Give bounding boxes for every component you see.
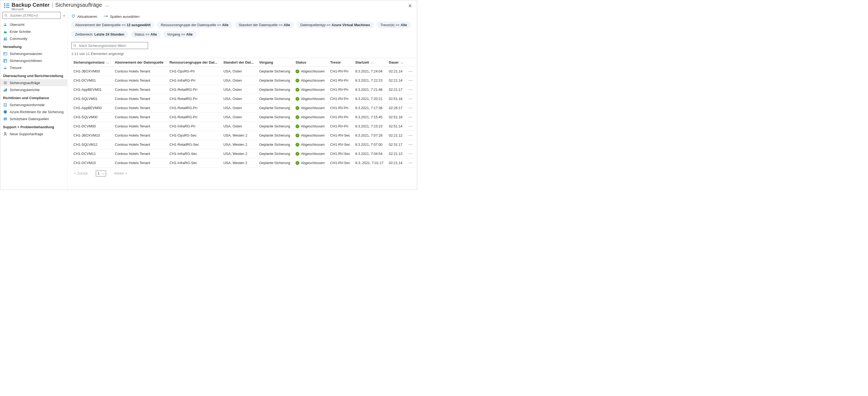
row-more-button[interactable]: ⋯ — [406, 122, 415, 131]
svg-point-5 — [5, 23, 6, 24]
cell-instance: CH1-AppBEVM00 — [71, 104, 113, 113]
sidebar-search-input[interactable] — [9, 13, 59, 18]
column-header[interactable]: Vorgang — [257, 58, 293, 67]
table-row[interactable]: CH1-DCVM01Contoso Hotels TenantCH1-Infra… — [71, 76, 415, 85]
cell-location: USA, Westen 2 — [221, 140, 257, 149]
table-row[interactable]: CH1-DCVM10Contoso Hotels TenantCH1-Infra… — [71, 159, 415, 168]
row-more-button[interactable]: ⋯ — [406, 85, 415, 94]
cell-resourcegroup: CH1-RetailRG-Pri — [167, 113, 221, 122]
row-more-button[interactable]: ⋯ — [406, 67, 415, 76]
filter-pill[interactable]: Datenquellentyp == Azure Virtual Machine… — [297, 22, 374, 28]
filter-pill[interactable]: Tresor(e) == Alle — [376, 22, 411, 28]
search-icon — [73, 44, 77, 48]
sidebar-item-azure-richtlinien-f-r-die-sicherung[interactable]: Azure-Richtlinien für die Sicherung — [0, 108, 67, 115]
sort-icon: ↑↓ — [401, 61, 403, 64]
table-row[interactable]: CH1-AppBEVM01Contoso Hotels TenantCH1-Re… — [71, 85, 415, 94]
svg-rect-21 — [3, 117, 6, 120]
svg-rect-13 — [4, 61, 5, 62]
cell-subscription: Contoso Hotels Tenant — [113, 131, 167, 140]
sidebar-item-label: Sicherungsinstanzen — [10, 52, 42, 56]
instance-filter-input[interactable] — [78, 44, 146, 48]
success-icon: ✓ — [296, 88, 299, 92]
sidebar-item-sicherungsinstanzen[interactable]: Sicherungsinstanzen — [0, 50, 67, 57]
collapse-sidebar-button[interactable]: « — [63, 13, 65, 18]
row-more-button[interactable]: ⋯ — [406, 159, 415, 168]
svg-rect-9 — [4, 53, 5, 53]
pager-page-select[interactable]: 1 ⌄ — [96, 171, 106, 176]
row-more-button[interactable]: ⋯ — [406, 94, 415, 104]
cell-operation: Geplante Sicherung — [257, 76, 293, 85]
svg-rect-18 — [5, 89, 6, 91]
column-header[interactable]: Status — [293, 58, 328, 67]
main-content: Aktualisieren Spalten auswählen Abonneme… — [67, 11, 417, 190]
filter-pill[interactable]: Zeitbereich: Letzte 24 Stunden — [71, 31, 128, 38]
sidebar-item-sicherungsberichte[interactable]: Sicherungsberichte — [0, 86, 67, 93]
filter-pill-prefix: Datenquellentyp == — [300, 23, 332, 27]
table-row[interactable]: CH1-SQLVM01Contoso Hotels TenantCH1-Reta… — [71, 94, 415, 104]
column-header[interactable]: Tresor — [328, 58, 353, 67]
cell-vault: CH1-RV-Pri — [328, 67, 353, 76]
sidebar-item-sicherungsauftr-ge[interactable]: Sicherungsaufträge — [0, 79, 67, 86]
filter-pill[interactable]: Abonnement der Datenquelle == 12 ausgewä… — [71, 22, 154, 28]
cell-duration: 02:21:12 — [387, 131, 406, 140]
sidebar-item--bersicht[interactable]: Übersicht — [0, 21, 67, 28]
filter-pill-value: 12 ausgewählt — [127, 23, 151, 27]
column-header[interactable]: Ressourcengruppe der Dat... — [167, 58, 221, 67]
sidebar-item-sicherungskonformit-t[interactable]: Sicherungskonformität — [0, 101, 67, 108]
cell-status: ✓Abgeschlossen — [293, 85, 328, 94]
cell-instance: CH1-DCVM00 — [71, 122, 113, 131]
table-row[interactable]: CH1-DCVM00Contoso Hotels TenantCH1-Infra… — [71, 122, 415, 131]
status-text: Abgeschlossen — [301, 142, 324, 146]
sidebar-item-community[interactable]: Community — [0, 35, 67, 42]
title-more-button[interactable]: … — [105, 2, 110, 8]
filter-pill[interactable]: Standort der Datenquelle == Alle — [235, 22, 294, 28]
cell-operation: Geplante Sicherung — [257, 113, 293, 122]
svg-rect-11 — [4, 59, 5, 60]
instances-icon — [3, 52, 7, 56]
filter-pill[interactable]: Ressourcengruppe der Datenquelle == Alle — [157, 22, 232, 28]
sidebar-item-erste-schritte[interactable]: Erste Schritte — [0, 28, 67, 35]
row-more-button[interactable]: ⋯ — [406, 149, 415, 159]
column-header[interactable]: Abonnement der Datenquelle — [113, 58, 167, 67]
refresh-button[interactable]: Aktualisieren — [71, 14, 97, 19]
cell-duration: 02:21:14 — [387, 159, 406, 168]
svg-rect-1 — [6, 5, 9, 6]
filter-pill[interactable]: Status == Alle — [131, 31, 161, 38]
table-row[interactable]: CH1-JBOXVM00Contoso Hotels TenantCH1-Ops… — [71, 67, 415, 76]
cell-instance: CH1-SQLVM00 — [71, 113, 113, 122]
row-more-button[interactable]: ⋯ — [406, 113, 415, 122]
column-header[interactable]: Sicherungsinstanz↑↓ — [71, 58, 113, 67]
cell-location: USA, Osten — [221, 113, 257, 122]
sidebar-item-tresore[interactable]: Tresore — [0, 64, 67, 71]
column-header[interactable]: Startzeit↑↓ — [353, 58, 387, 67]
pager-back-button[interactable]: < Zurück — [71, 170, 90, 176]
cell-resourcegroup: CH1-InfraRG-Pri — [167, 76, 221, 85]
chevron-down-icon: ⌄ — [102, 172, 104, 175]
sidebar-item-neue-supportanfrage[interactable]: Neue Supportanfrage — [0, 131, 67, 137]
filter-pill[interactable]: Vorgang == Alle — [163, 31, 196, 38]
row-more-button[interactable]: ⋯ — [406, 140, 415, 149]
row-more-button[interactable]: ⋯ — [406, 104, 415, 113]
cell-duration: 02:21:14 — [387, 76, 406, 85]
row-more-button[interactable]: ⋯ — [406, 76, 415, 85]
pager-next-button[interactable]: Weiter > — [112, 170, 130, 176]
sidebar-item-sch-tzbare-datenquellen[interactable]: Schützbare Datenquellen — [0, 115, 67, 122]
instance-filter[interactable] — [71, 42, 148, 49]
sidebar-item-sicherungsrichtlinien[interactable]: Sicherungsrichtlinien — [0, 57, 67, 64]
close-button[interactable]: ✕ — [406, 2, 414, 10]
table-row[interactable]: CH1-JBOXVM10Contoso Hotels TenantCH1-Ops… — [71, 131, 415, 140]
choose-columns-button[interactable]: Spalten auswählen — [104, 15, 140, 19]
table-row[interactable]: CH1-SQLVM12Contoso Hotels TenantCH1-Reta… — [71, 140, 415, 149]
row-more-button[interactable]: ⋯ — [406, 131, 415, 140]
column-header[interactable]: Standort der Dat... — [221, 58, 257, 67]
filter-pill-prefix: Vorgang == — [167, 32, 186, 36]
vendor-label: Microsoft — [11, 7, 110, 11]
cell-resourcegroup: CH1-OpsRG-Sec — [167, 131, 221, 140]
column-header[interactable]: Dauer↑↓ — [387, 58, 406, 67]
table-row[interactable]: CH1-DCVM11Contoso Hotels TenantCH1-Infra… — [71, 149, 415, 159]
cell-duration: 02:21:13 — [387, 149, 406, 159]
table-row[interactable]: CH1-SQLVM00Contoso Hotels TenantCH1-Reta… — [71, 113, 415, 122]
sidebar-search[interactable] — [2, 12, 61, 19]
table-row[interactable]: CH1-AppBEVM00Contoso Hotels TenantCH1-Re… — [71, 104, 415, 113]
cell-starttime: 8.3.2021, 7:07:00 — [353, 140, 387, 149]
